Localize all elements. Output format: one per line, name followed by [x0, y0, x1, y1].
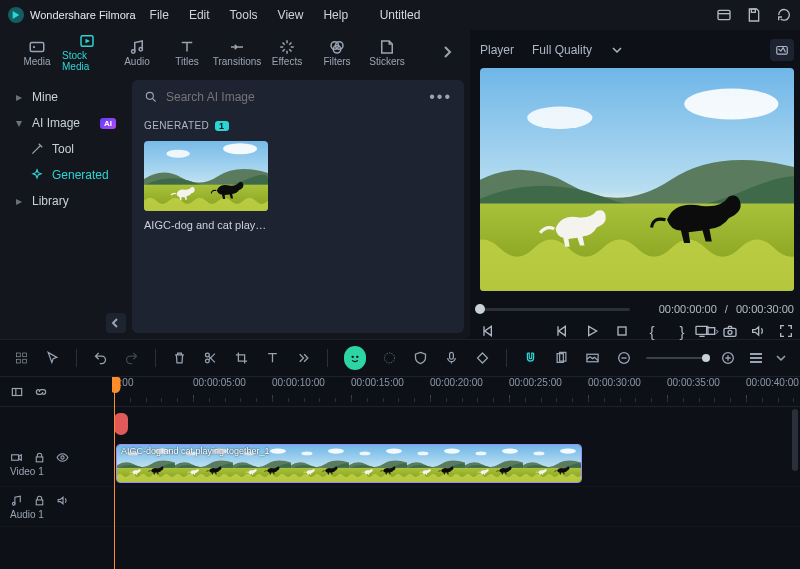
mark-out-icon[interactable]: } — [674, 323, 690, 339]
redo-icon[interactable] — [124, 350, 139, 366]
sidebar-item-generated[interactable]: Generated — [8, 162, 124, 188]
svg-rect-50 — [36, 499, 43, 504]
playhead[interactable] — [114, 377, 115, 569]
marker-icon[interactable] — [554, 350, 569, 366]
link-icon[interactable] — [34, 385, 48, 399]
camera-icon[interactable] — [722, 323, 738, 339]
player-seek-bar[interactable] — [480, 308, 630, 311]
crop-icon[interactable] — [234, 350, 249, 366]
sidebar-collapse-button[interactable] — [106, 313, 126, 333]
svg-point-13 — [139, 47, 142, 50]
tab-audio[interactable]: Audio — [112, 30, 162, 74]
document-title: Untitled — [380, 8, 421, 22]
timeline-vertical-scrollbar[interactable] — [792, 409, 798, 565]
step-back-icon[interactable] — [554, 323, 570, 339]
player-progress: 00:00:00:00 / 00:00:30:00 — [480, 303, 794, 315]
timeline-tracks[interactable]: 0:0000:00:05:0000:00:10:0000:00:15:0000:… — [112, 377, 800, 569]
track-list-mode-icon[interactable] — [750, 353, 762, 363]
shield-icon[interactable] — [413, 350, 428, 366]
player-quality-select[interactable]: Full Quality — [524, 41, 630, 59]
layout-icon[interactable] — [716, 7, 732, 23]
svg-rect-28 — [16, 353, 20, 357]
undo-icon[interactable] — [93, 350, 108, 366]
volume-icon[interactable] — [750, 323, 766, 339]
sidebar-item-tool[interactable]: Tool — [8, 136, 124, 162]
audio-track-icon — [10, 494, 23, 507]
svg-point-12 — [132, 49, 135, 52]
mic-icon[interactable] — [444, 350, 459, 366]
tabs-more-icon[interactable] — [436, 45, 458, 59]
prev-frame-icon[interactable] — [480, 323, 496, 339]
svg-rect-29 — [23, 353, 27, 357]
menu-view[interactable]: View — [278, 8, 304, 22]
tab-transitions[interactable]: Transitions — [212, 30, 262, 74]
timeline-toolbar — [0, 339, 800, 377]
search-input[interactable] — [166, 90, 421, 104]
media-content-pane: ••• GENERATED 1 AIGC-dog and cat playing… — [132, 80, 464, 333]
tab-stickers[interactable]: Stickers — [362, 30, 412, 74]
color-icon[interactable] — [382, 350, 397, 366]
thumbnail-view-icon[interactable] — [585, 350, 600, 366]
fullscreen-icon[interactable] — [778, 323, 794, 339]
generated-thumbnail[interactable] — [144, 141, 268, 211]
zoom-out-icon[interactable] — [616, 350, 632, 366]
svg-rect-5 — [718, 10, 730, 19]
timeline-ruler[interactable]: 0:0000:00:05:0000:00:10:0000:00:15:0000:… — [112, 377, 800, 407]
refresh-icon[interactable] — [776, 7, 792, 23]
sidebar-item-ai-image[interactable]: ▾AI ImageAI — [8, 110, 124, 136]
chevron-down-icon[interactable] — [776, 353, 786, 363]
svg-point-36 — [385, 353, 395, 363]
lock-icon[interactable] — [33, 451, 46, 464]
sidebar-item-library[interactable]: ▸Library — [8, 188, 124, 214]
ai-smart-button[interactable] — [344, 346, 366, 370]
speaker-icon[interactable] — [56, 494, 69, 507]
svg-rect-47 — [36, 456, 43, 461]
pointer-tool-icon[interactable] — [45, 350, 60, 366]
generated-item[interactable]: AIGC-dog and cat playing t... — [144, 141, 268, 231]
timeline-scroll-handle[interactable] — [114, 413, 128, 435]
svg-point-9 — [33, 45, 35, 47]
zoom-slider[interactable] — [646, 357, 706, 359]
delete-icon[interactable] — [172, 350, 187, 366]
app-name: Wondershare Filmora — [30, 9, 136, 21]
tab-filters[interactable]: Filters — [312, 30, 362, 74]
audio-track-header[interactable]: Audio 1 — [0, 487, 112, 526]
play-icon[interactable] — [584, 323, 600, 339]
generated-header: GENERATED 1 — [132, 114, 464, 137]
sidebar-item-mine[interactable]: ▸Mine — [8, 84, 124, 110]
svg-point-34 — [351, 356, 353, 358]
menu-file[interactable]: File — [150, 8, 169, 22]
tab-stock-media[interactable]: Stock Media — [62, 30, 112, 74]
video-clip[interactable]: AIGC-dog and cat playing together_1 — [116, 444, 582, 483]
svg-rect-44 — [12, 388, 21, 395]
mark-in-icon[interactable]: { — [644, 323, 660, 339]
menu-tools[interactable]: Tools — [230, 8, 258, 22]
svg-rect-46 — [12, 454, 19, 459]
video-track-header[interactable]: Video 1 — [0, 441, 112, 486]
menu-edit[interactable]: Edit — [189, 8, 210, 22]
zoom-in-icon[interactable] — [720, 350, 736, 366]
magnetic-icon[interactable] — [523, 350, 538, 366]
eye-icon[interactable] — [56, 451, 69, 464]
timeline-collapse-icon[interactable] — [10, 385, 24, 399]
filmora-logo-icon — [8, 7, 24, 23]
more-tools-icon[interactable] — [296, 350, 311, 366]
split-icon[interactable] — [203, 350, 218, 366]
tab-effects[interactable]: Effects — [262, 30, 312, 74]
lock-icon[interactable] — [33, 494, 46, 507]
chevron-down-icon — [612, 45, 622, 55]
player-controls: { } — [480, 323, 794, 339]
stop-icon[interactable] — [614, 323, 630, 339]
tab-media[interactable]: Media — [12, 30, 62, 74]
tab-titles[interactable]: Titles — [162, 30, 212, 74]
player-preview[interactable] — [480, 68, 794, 291]
display-icon[interactable] — [694, 323, 710, 339]
more-options-icon[interactable]: ••• — [429, 88, 452, 106]
keyframe-icon[interactable] — [475, 350, 490, 366]
text-icon[interactable] — [265, 350, 280, 366]
save-icon[interactable] — [746, 7, 762, 23]
menu-help[interactable]: Help — [323, 8, 348, 22]
app-logo: Wondershare Filmora — [8, 7, 136, 23]
snapshot-button[interactable] — [770, 39, 794, 61]
select-tool-icon[interactable] — [14, 350, 29, 366]
